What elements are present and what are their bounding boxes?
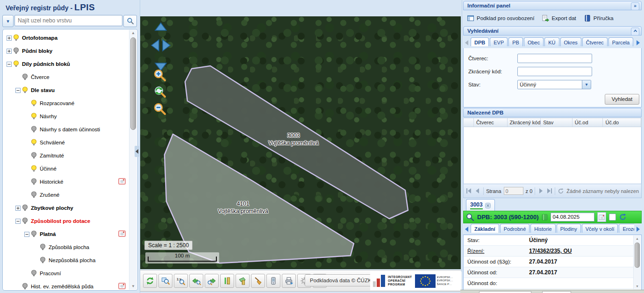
map-view[interactable]: 3003 Vojtěška proměnlivá 4101 Vojtěška p…: [140, 16, 461, 269]
detail-label[interactable]: Řízení:: [464, 248, 529, 254]
stav-select[interactable]: Účinný▾: [517, 80, 591, 89]
column-tverec[interactable]: Čtverec: [474, 118, 508, 127]
tree-item-zp-sobilost-pro-dotace[interactable]: Způsobilost pro dotace: [3, 214, 129, 228]
tab-z-kladn[interactable]: Základní: [471, 224, 499, 233]
bulb-yellow-icon[interactable]: [30, 165, 37, 172]
bulb-gray-icon[interactable]: [30, 178, 37, 186]
tree-item-historick[interactable]: Historické: [3, 175, 129, 188]
print-icon[interactable]: [282, 274, 296, 288]
bulb-gray-icon[interactable]: [30, 270, 37, 277]
bulb-gray-icon[interactable]: [39, 257, 46, 264]
tree-item-hist-ev-zem-d-lsk-p-da[interactable]: Hist. ev. zemědělská půda: [3, 280, 129, 291]
calendar-icon[interactable]: [597, 212, 606, 222]
tab-v-ely-v-okol[interactable]: Včely v okolí: [582, 224, 618, 233]
tab-podrobn[interactable]: Podrobné: [500, 224, 530, 233]
tree-item-inn[interactable]: Účinné: [3, 162, 129, 175]
tree-item-n-vrhy[interactable]: Návrhy: [3, 110, 129, 123]
bulb-gray-icon[interactable]: [39, 243, 46, 251]
tree-item-tverce[interactable]: Čtverce: [3, 71, 129, 84]
zoom-out-icon[interactable]: [153, 102, 169, 117]
tab-tverec[interactable]: Čtverec: [582, 37, 608, 46]
bulb-gray-icon[interactable]: [30, 152, 37, 159]
book-icon[interactable]: [542, 214, 548, 221]
tabs-scroll-left-icon[interactable]: [464, 38, 470, 47]
scroll-down-icon[interactable]: ▼: [129, 283, 137, 290]
bulb-yellow-icon[interactable]: [30, 100, 37, 107]
tree-item-zp-sobil-plocha[interactable]: Způsobilá plocha: [3, 241, 129, 254]
zoom-window-icon[interactable]: [158, 274, 172, 288]
search-submit-button[interactable]: Vyhledat: [605, 94, 639, 105]
attribution-button[interactable]: Podkladová data © ČÚZK: [305, 274, 377, 286]
prev-view-icon[interactable]: [189, 274, 203, 288]
panel-expand-icon[interactable]: »: [631, 2, 639, 10]
bulb-gray-icon[interactable]: [21, 217, 29, 225]
calendar-filter-icon[interactable]: [118, 283, 126, 290]
zkr-cen-k-d-input[interactable]: [517, 67, 592, 76]
tree-item-n-vrhy-s-datem-innosti[interactable]: Návrhy s datem účinnosti: [3, 123, 129, 136]
tab-okres[interactable]: Okres: [560, 37, 581, 46]
tab-historie[interactable]: Historie: [530, 224, 555, 233]
panel-collapse-handle[interactable]: [135, 146, 139, 157]
close-icon[interactable]: [485, 203, 491, 208]
tree-scrollbar[interactable]: ▲ ▼: [129, 30, 137, 290]
mobile-icon[interactable]: [266, 274, 280, 288]
tree-item-zru-en[interactable]: Zrušené: [3, 188, 129, 201]
layer-search-dropdown[interactable]: ▾: [2, 15, 14, 27]
tree-item-platn[interactable]: Platná: [3, 228, 129, 241]
detail-search-icon[interactable]: [466, 213, 474, 222]
scroll-up-icon[interactable]: ▲: [634, 236, 641, 242]
chevron-down-icon[interactable]: ▾: [582, 80, 591, 89]
tverec-input[interactable]: [517, 54, 592, 63]
tree-item-zbytkov-plochy[interactable]: Zbytkové plochy: [3, 201, 129, 214]
toolbar-export-dat[interactable]: Export dat: [542, 14, 576, 22]
detail-checkbox[interactable]: [609, 214, 616, 221]
bulb-gray-icon[interactable]: [30, 191, 37, 199]
column-stav[interactable]: Stav: [541, 118, 572, 127]
refresh-icon[interactable]: [143, 274, 157, 288]
detail-date-input[interactable]: 04.08.2025: [551, 213, 594, 222]
tree-item-d-ly-p-dn-ch-blok[interactable]: Díly půdních bloků: [3, 57, 129, 71]
tree-item-schv-len[interactable]: Schválené: [3, 136, 129, 149]
column-zkr-cen-k-d[interactable]: Zkrácený kód.: [508, 118, 541, 127]
zoom-in-icon[interactable]: [153, 69, 169, 84]
bulb-yellow-icon[interactable]: [30, 139, 37, 146]
bulb-gray-icon[interactable]: [30, 126, 37, 133]
bulb-gray-icon[interactable]: [21, 204, 29, 212]
tree-scrollbar-thumb[interactable]: [130, 37, 136, 130]
detail-refresh-icon[interactable]: [619, 213, 627, 221]
expand-icon[interactable]: [7, 49, 12, 54]
detail-value[interactable]: 17/4362/235, OU: [529, 248, 572, 254]
page-first-icon[interactable]: [466, 187, 472, 195]
tab-k[interactable]: KÚ: [544, 37, 559, 46]
bulb-yellow-icon[interactable]: [30, 113, 37, 120]
bulb-gray-icon[interactable]: [21, 73, 29, 81]
collapse-icon[interactable]: [7, 62, 12, 67]
collapse-icon[interactable]: [15, 219, 21, 224]
bulb-gray-icon[interactable]: [21, 283, 29, 290]
tab-dpb[interactable]: DPB: [471, 37, 489, 46]
column-do[interactable]: Úč.do: [603, 118, 641, 127]
tab-evp[interactable]: EVP: [490, 37, 508, 46]
column-row-selector[interactable]: [464, 118, 474, 127]
collapse-icon[interactable]: [15, 88, 21, 93]
doc-tab-3003[interactable]: 3003: [466, 199, 495, 211]
pager-page-input[interactable]: [504, 187, 523, 195]
column-od[interactable]: Úč.od: [572, 118, 603, 127]
next-view-icon[interactable]: [205, 274, 219, 288]
refresh-icon[interactable]: [558, 187, 564, 195]
zoom-scale-icon[interactable]: 1:x: [174, 274, 188, 288]
tab-obec[interactable]: Obec: [524, 37, 544, 46]
tree-item-pracovn[interactable]: Pracovní: [3, 267, 129, 280]
measure-length-icon[interactable]: [220, 274, 234, 288]
zoom-refresh-icon[interactable]: [153, 86, 169, 100]
expand-icon[interactable]: [7, 36, 12, 41]
tree-item-zam-tnut[interactable]: Zamítnuté: [3, 149, 129, 162]
tab-pb[interactable]: PB: [508, 37, 523, 46]
tree-item-rozpracovan[interactable]: Rozpracované: [3, 97, 129, 110]
tree-item-nezp-sobil-plocha[interactable]: Nezpůsobilá plocha: [3, 254, 129, 267]
collapse-up-icon[interactable]: [631, 28, 639, 36]
page-prev-icon[interactable]: [475, 187, 481, 195]
layer-search-input[interactable]: [14, 15, 122, 26]
parcel-label-3003[interactable]: 3003 Vojtěška proměnlivá: [265, 132, 322, 147]
calendar-filter-icon[interactable]: [118, 178, 126, 186]
